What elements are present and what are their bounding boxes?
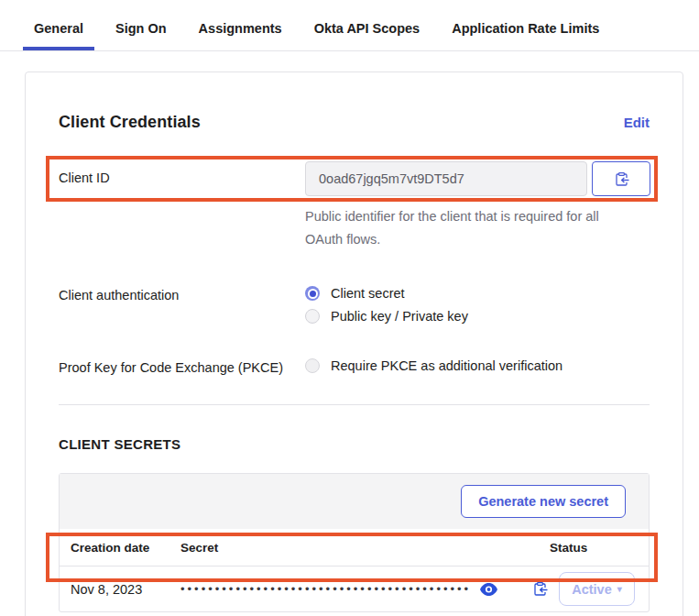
clipboard-copy-icon: [532, 581, 548, 597]
eye-icon: [480, 583, 497, 596]
edit-link[interactable]: Edit: [624, 115, 650, 130]
copy-secret-button[interactable]: [532, 581, 548, 597]
client-id-description: Public identifier for the client that is…: [305, 205, 621, 251]
secret-creation-date: Nov 8, 2023: [71, 582, 180, 597]
chevron-down-icon: ▾: [617, 584, 622, 594]
pkce-checkbox[interactable]: [305, 358, 320, 373]
pkce-option-label: Require PKCE as additional verification: [331, 358, 562, 373]
secret-cell: ••••••••••••••••••••••••••••••••••••••••…: [180, 581, 550, 597]
masked-secret-value: ••••••••••••••••••••••••••••••••••••••••…: [180, 582, 471, 596]
client-secrets-toolbar: Generate new secret: [60, 474, 649, 529]
option-public-private-key-label: Public key / Private key: [331, 309, 468, 324]
client-id-field-group: [305, 161, 650, 196]
pkce-row: Proof Key for Code Exchange (PKCE) Requi…: [59, 351, 650, 375]
status-cell: Active ▾: [550, 572, 638, 606]
column-header-creation-date: Creation date: [71, 541, 180, 555]
table-header-row: Creation date Secret Status: [60, 529, 649, 566]
option-client-secret[interactable]: Client secret: [305, 286, 468, 301]
tab-application-rate-limits[interactable]: Application Rate Limits: [441, 9, 610, 50]
radio-client-secret[interactable]: [305, 286, 320, 301]
client-secrets-table: Generate new secret Creation date Secret…: [59, 473, 650, 612]
client-credentials-title: Client Credentials: [59, 113, 201, 132]
client-id-row: Client ID: [59, 161, 650, 196]
tab-okta-api-scopes[interactable]: Okta API Scopes: [303, 9, 431, 50]
column-header-status: Status: [550, 541, 638, 555]
clipboard-copy-icon: [614, 171, 629, 187]
client-authentication-label: Client authentication: [59, 279, 305, 302]
generate-new-secret-button[interactable]: Generate new secret: [461, 485, 626, 518]
tab-general[interactable]: General: [23, 9, 94, 50]
reveal-secret-button[interactable]: [480, 583, 497, 596]
pkce-option[interactable]: Require PKCE as additional verification: [305, 351, 562, 373]
tab-sign-on[interactable]: Sign On: [104, 9, 178, 50]
copy-client-id-button[interactable]: [592, 161, 650, 196]
radio-public-private-key[interactable]: [305, 309, 320, 324]
status-dropdown-button[interactable]: Active ▾: [559, 572, 635, 606]
section-divider: [59, 404, 650, 405]
client-id-input[interactable]: [305, 161, 587, 196]
client-credentials-header: Client Credentials Edit: [59, 113, 650, 132]
column-header-secret: Secret: [180, 541, 550, 555]
pkce-label: Proof Key for Code Exchange (PKCE): [59, 351, 305, 375]
client-id-label: Client ID: [59, 161, 305, 185]
tab-assignments[interactable]: Assignments: [188, 9, 293, 50]
app-tab-bar: General Sign On Assignments Okta API Sco…: [0, 0, 699, 51]
option-client-secret-label: Client secret: [331, 286, 405, 301]
general-settings-card: Client Credentials Edit Client ID Public…: [25, 72, 683, 616]
status-label: Active: [572, 582, 612, 597]
table-row: Nov 8, 2023 ••••••••••••••••••••••••••••…: [60, 566, 649, 611]
option-public-private-key[interactable]: Public key / Private key: [305, 309, 468, 324]
client-authentication-options: Client secret Public key / Private key: [305, 279, 468, 324]
client-secrets-title: CLIENT SECRETS: [59, 436, 650, 452]
client-authentication-row: Client authentication Client secret Publ…: [59, 279, 650, 324]
